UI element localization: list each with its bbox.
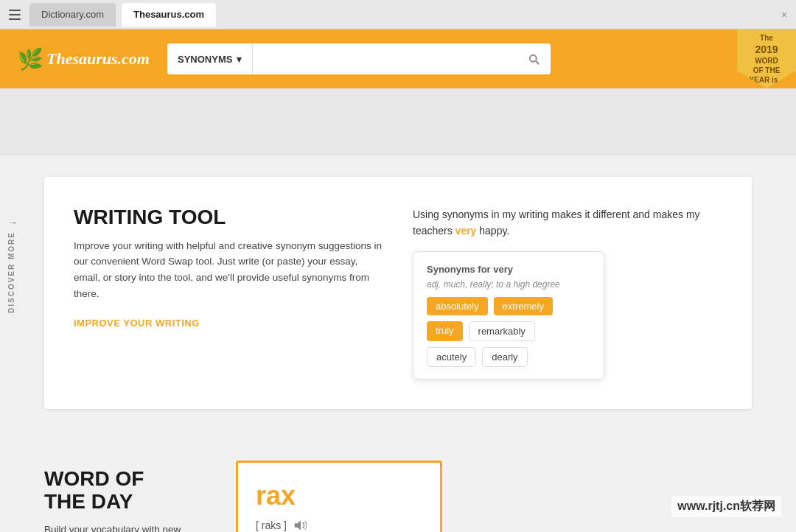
browser-menu-button[interactable]	[6, 6, 24, 24]
word-of-year-badge[interactable]: The 2019 WORD OF THE YEAR is...	[737, 29, 796, 88]
logo-leaf-icon: 🌿	[18, 47, 43, 71]
wotd-left: WORD OF THE DAY Build your vocabulary wi…	[44, 461, 206, 532]
writing-tool-left: WRITING TOOL Improve your writing with h…	[74, 206, 383, 379]
tab-thesaurus[interactable]: Thesaurus.com	[122, 3, 216, 27]
synonym-tag-dearly[interactable]: dearly	[482, 347, 527, 367]
logo-text[interactable]: Thesaurus.com	[46, 49, 150, 69]
wotd-word[interactable]: rax	[256, 480, 422, 511]
improve-writing-link[interactable]: IMPROVE YOUR WRITING	[74, 318, 200, 329]
synonym-tag-acutely[interactable]: acutely	[427, 347, 476, 367]
discover-more-label: DISCOVER MORE	[8, 231, 16, 313]
wotd-description: Build your vocabulary with new words, de…	[44, 522, 206, 532]
tab-dictionary[interactable]: Dictionary.com	[29, 3, 116, 27]
synonyms-dropdown-button[interactable]: SYNONYMS ▾	[167, 43, 253, 74]
discover-more[interactable]: DISCOVER MORE ↓	[0, 204, 24, 328]
very-highlight: very	[455, 225, 477, 237]
synonym-tag-absolutely[interactable]: absolutely	[427, 297, 488, 315]
search-area: SYNONYMS ▾	[167, 43, 551, 74]
chevron-down-icon: ▾	[237, 54, 242, 65]
writing-tool-section: WRITING TOOL Improve your writing with h…	[44, 177, 752, 409]
synonym-tags: absolutely extremely truly remarkably ac…	[427, 297, 590, 367]
search-icon	[527, 52, 540, 66]
browser-chrome: Dictionary.com Thesaurus.com ×	[0, 0, 796, 29]
synonym-tag-extremely[interactable]: extremely	[494, 297, 553, 315]
navbar: 🌿 Thesaurus.com SYNONYMS ▾ The 2019 WORD…	[0, 29, 796, 88]
synonym-tag-truly[interactable]: truly	[427, 321, 463, 341]
speaker-icon[interactable]	[293, 517, 309, 532]
main-content: WRITING TOOL Improve your writing with h…	[0, 155, 796, 453]
browser-close-button[interactable]: ×	[778, 9, 790, 21]
writing-tool-description: Improve your writing with helpful and cr…	[74, 238, 383, 301]
synonyms-for-label: Synonyms for very	[427, 264, 590, 275]
synonym-card: Synonyms for very adj. much, really; to …	[413, 251, 604, 379]
wotd-title: WORD OF THE DAY	[44, 468, 206, 514]
search-input[interactable]	[253, 43, 517, 74]
logo-area: 🌿 Thesaurus.com	[18, 47, 150, 71]
ad-banner	[0, 88, 796, 155]
discover-arrow-icon: ↓	[6, 219, 18, 225]
watermark: www.rjtj.cn软荐网	[671, 496, 781, 517]
wotd-section: WORD OF THE DAY Build your vocabulary wi…	[0, 453, 796, 532]
synonym-pos: adj. much, really; to a high degree	[427, 279, 590, 290]
writing-tool-intro: Using synonyms in my writing makes it di…	[413, 206, 722, 239]
svg-marker-0	[295, 520, 301, 530]
wotd-phonetic: [ raks ]	[256, 517, 422, 532]
search-button[interactable]	[517, 43, 551, 74]
writing-tool-title: WRITING TOOL	[74, 206, 383, 229]
wotd-card: rax [ raks ] SEE DEFINITIONS & EXAMPLES …	[236, 461, 442, 532]
synonym-tag-remarkably[interactable]: remarkably	[469, 321, 535, 341]
writing-tool-right: Using synonyms in my writing makes it di…	[413, 206, 722, 379]
woty-text: The 2019 WORD OF THE YEAR is...	[749, 33, 783, 85]
